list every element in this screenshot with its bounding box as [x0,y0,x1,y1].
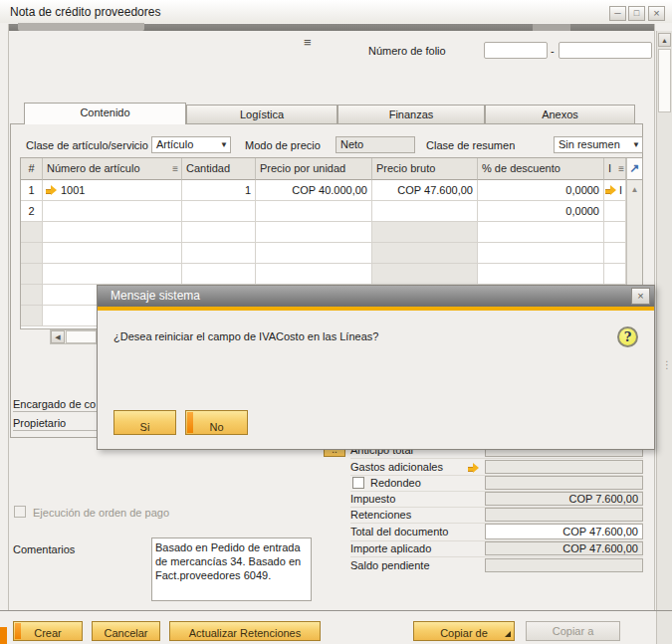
copy-from-button[interactable]: Copiar de [413,621,515,641]
col-header-gross-price[interactable]: Precio bruto [372,158,478,180]
col-header-item[interactable]: Número de artículo ≡ [43,158,182,180]
link-arrow-icon[interactable] [46,186,58,195]
col-header-qty[interactable]: Cantidad [182,158,256,180]
no-button[interactable]: No [185,410,248,435]
dialog-title: Mensaje sistema [111,289,200,303]
update-withholdings-button[interactable]: Actualizar Retenciones [169,621,321,641]
table-scroll-up[interactable]: ▲ [627,181,642,199]
payment-order-checkbox [14,506,26,518]
tab-logistica[interactable]: Logística [186,105,337,124]
form-menu-icon[interactable]: ≡ [304,35,312,50]
discount-cell [478,243,604,264]
item-number-cell[interactable] [43,201,182,222]
comments-textarea[interactable]: Basado en Pedido de entrada de mercancía… [151,537,312,601]
quantity: 1 [245,180,251,200]
tab-finanzas[interactable]: Finanzas [337,105,485,124]
dialog-close-button[interactable]: × [631,288,650,305]
submenu-triangle-icon [505,631,511,637]
close-button[interactable]: × [648,6,665,21]
quantity-cell[interactable]: 1 [182,180,256,201]
yes-button-label: Si [120,421,169,433]
link-arrow-icon[interactable] [605,186,617,195]
discount-cell[interactable]: 0,0000 [478,180,604,201]
tab-contenido[interactable]: Contenido [24,103,186,124]
tax-label: Impuesto [350,493,395,505]
gross-price: COP 47.600,00 [397,180,473,200]
minimize-icon: ─ [614,8,620,18]
scroll-left-button[interactable]: ◀ [51,330,65,343]
discount-cell [478,264,604,285]
close-icon: × [653,7,659,19]
scroll-left-icon: ◀ [55,333,60,340]
item-service-value: Artículo [156,138,193,150]
footer-divider [0,610,672,611]
discount-cell[interactable]: 0,0000 [478,201,604,222]
withholding-label: Retenciones [350,509,411,521]
dropdown-icon: ▼ [220,140,228,150]
update-withholdings-label: Actualizar Retenciones [176,627,314,639]
item-number-cell[interactable]: 1001 [43,180,182,201]
clipped-element-left [18,23,144,31]
unit-price-cell[interactable] [256,201,372,222]
rounding-label: Redondeo [370,477,421,489]
col-header-tax-label: I [608,162,611,174]
expand-table-icon[interactable]: ↗ [629,161,639,175]
gross-price-cell[interactable] [372,201,478,222]
minimize-button[interactable]: ─ [609,6,626,21]
tax-code-cell[interactable] [604,201,626,222]
item-service-combo[interactable]: Artículo ▼ [151,136,231,153]
scroll-up-button[interactable]: ▲ [658,33,671,47]
unit-price-cell[interactable]: COP 40.000,00 [256,180,372,201]
column-menu-icon[interactable]: ≡ [172,158,178,179]
payment-order-label: Ejecución de orden de pago [33,507,169,519]
balance-due-field [485,558,643,572]
row-number-cell[interactable]: 1 [21,180,43,201]
row-number-cell[interactable]: 2 [21,201,43,222]
tax-code-cell [604,243,626,264]
cancel-button[interactable]: Cancelar [92,621,160,641]
copy-to-button: Copiar a [526,621,620,641]
scrollbar-thumb[interactable] [658,49,671,112]
gross-price-cell[interactable]: COP 47.600,00 [372,180,478,201]
withholding-field [485,508,643,522]
tax-code-cell[interactable]: I [604,180,626,201]
maximize-button[interactable]: □ [628,6,645,21]
applied-amount-label: Importe aplicado [350,542,431,554]
create-button[interactable]: Crear [13,621,83,641]
col-header-num[interactable]: # [21,158,43,180]
price-mode-label: Modo de precio [245,139,321,151]
summary-class-combo[interactable]: Sin resumen ▼ [554,136,643,153]
vertical-scrollbar[interactable]: ▲ ⋮ [656,31,672,644]
col-header-unit-price-label: Precio por unidad [260,162,345,174]
tax-code: I [619,184,622,196]
quantity-cell[interactable] [182,201,256,222]
price-mode-field: Neto [336,136,415,153]
folio-input-2[interactable] [559,42,652,59]
col-header-discount-label: % de descuento [482,162,560,174]
folio-dash: - [551,45,555,57]
col-header-unit-price[interactable]: Precio por unidad [256,158,372,180]
scrollbar-grip-icon: ⋮ [662,359,672,370]
tab-finanzas-label: Finanzas [389,108,434,120]
rounding-checkbox[interactable] [352,477,364,489]
col-header-tax[interactable]: I ≡ [604,158,626,180]
yes-button[interactable]: Si [113,410,176,435]
h-scrollbar-thumb[interactable] [66,330,97,343]
maximize-icon: □ [634,8,639,18]
link-arrow-icon[interactable] [468,464,480,473]
copy-to-label: Copiar a [553,625,594,637]
document-total-field[interactable]: COP 47.600,00 [485,524,643,539]
row-number-cell [21,306,43,326]
window-titlebar: Nota de crédito proveedores ─ □ × [0,0,672,23]
folio-input-1[interactable] [484,42,548,59]
tab-contenido-label: Contenido [80,107,129,118]
close-icon: × [637,290,643,302]
tax-field: COP 7.600,00 [485,492,643,506]
item-number-cell [43,264,182,285]
col-header-discount[interactable]: % de descuento [478,158,604,180]
system-message-dialog: Mensaje sistema × ¿Desea reiniciar el ca… [97,285,655,450]
no-button-label: No [192,421,241,433]
table-corner-cell[interactable]: ↗ [627,158,642,180]
tab-anexos[interactable]: Anexos [485,105,635,124]
balance-due-label: Saldo pendiente [350,559,430,571]
